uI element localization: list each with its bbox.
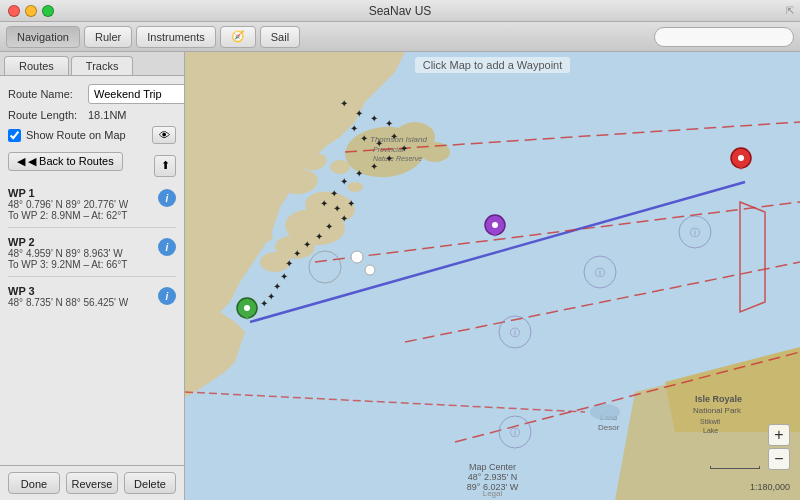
svg-text:Desor: Desor <box>598 423 620 432</box>
svg-text:Isle Royale: Isle Royale <box>695 394 742 404</box>
svg-text:✦: ✦ <box>315 231 323 242</box>
svg-text:National Park: National Park <box>693 406 742 415</box>
zoom-in-button[interactable]: + <box>768 424 790 446</box>
scale-bar <box>710 466 760 470</box>
map-area[interactable]: Thomson Island Provincial Nature Reserve… <box>185 52 800 500</box>
route-length-label: Route Length: <box>8 109 88 121</box>
window-controls[interactable] <box>8 5 54 17</box>
share-button[interactable]: ⬆ <box>154 155 176 177</box>
show-route-label: Show Route on Map <box>26 129 126 141</box>
show-route-checkbox[interactable] <box>8 129 21 142</box>
wp3-id: WP 3 <box>8 285 154 297</box>
window-title: SeaNav US <box>369 4 432 18</box>
map-center-label: Map Center <box>467 462 518 472</box>
delete-button[interactable]: Delete <box>124 472 176 494</box>
ruler-button[interactable]: Ruler <box>84 26 132 48</box>
wp1-info-button[interactable]: i <box>158 189 176 207</box>
maximize-button[interactable] <box>42 5 54 17</box>
svg-point-5 <box>347 182 363 192</box>
svg-text:✦: ✦ <box>303 239 311 250</box>
waypoint-2: WP 2 48° 4.959' N 89° 8.963' W To WP 3: … <box>8 236 176 277</box>
search-input[interactable] <box>654 27 794 47</box>
zoom-controls: + − <box>768 424 790 470</box>
sail-button[interactable]: Sail <box>260 26 300 48</box>
instruments-button[interactable]: Instruments <box>136 26 215 48</box>
svg-point-4 <box>330 160 350 174</box>
sidebar-content: Route Name: Route Length: 18.1NM Show Ro… <box>0 76 184 465</box>
route-length-value: 18.1NM <box>88 109 127 121</box>
done-button[interactable]: Done <box>8 472 60 494</box>
svg-text:✦: ✦ <box>355 168 363 179</box>
wp1-coord: 48° 0.796' N 89° 20.776' W <box>8 199 154 210</box>
show-route-row: Show Route on Map 👁 <box>8 126 176 144</box>
wp2-id: WP 2 <box>8 236 154 248</box>
back-to-routes-button[interactable]: ◀ ◀ Back to Routes <box>8 152 123 171</box>
minimize-button[interactable] <box>25 5 37 17</box>
svg-text:ⓘ: ⓘ <box>690 227 700 238</box>
svg-text:✦: ✦ <box>325 221 333 232</box>
tab-tracks[interactable]: Tracks <box>71 56 134 75</box>
map-center-lat: 48° 2.935' N <box>467 472 518 482</box>
svg-point-75 <box>738 155 744 161</box>
svg-text:✦: ✦ <box>347 198 355 209</box>
svg-text:✦: ✦ <box>370 161 378 172</box>
compass-button[interactable]: 🧭 <box>220 26 256 48</box>
navigation-button[interactable]: Navigation <box>6 26 80 48</box>
svg-text:✦: ✦ <box>267 291 275 302</box>
svg-text:ⓘ: ⓘ <box>510 427 520 438</box>
svg-text:✦: ✦ <box>340 213 348 224</box>
svg-text:Lake: Lake <box>703 427 718 434</box>
wp2-info-button[interactable]: i <box>158 238 176 256</box>
scale-label: 1:180,000 <box>750 482 790 492</box>
resize-icon: ⇱ <box>786 5 794 16</box>
svg-point-66 <box>365 265 375 275</box>
wp3-info-button[interactable]: i <box>158 287 176 305</box>
svg-text:✦: ✦ <box>385 118 393 129</box>
svg-text:✦: ✦ <box>360 133 368 144</box>
svg-text:✦: ✦ <box>375 138 383 149</box>
main-layout: Routes Tracks Route Name: Route Length: … <box>0 52 800 500</box>
share-icon: ⬆ <box>161 159 170 172</box>
wp2-nav: To WP 3: 9.2NM – At: 66°T <box>8 259 154 270</box>
svg-text:Stikwit: Stikwit <box>700 418 720 425</box>
back-arrow-icon: ◀ <box>17 155 25 168</box>
legal-text: Legal <box>483 489 503 498</box>
route-name-input[interactable] <box>88 84 184 104</box>
svg-text:✦: ✦ <box>340 98 348 109</box>
waypoint-1: WP 1 48° 0.796' N 89° 20.776' W To WP 2:… <box>8 187 176 228</box>
eye-button[interactable]: 👁 <box>152 126 176 144</box>
svg-text:✦: ✦ <box>400 143 408 154</box>
svg-text:✦: ✦ <box>350 123 358 134</box>
svg-point-69 <box>244 305 250 311</box>
route-name-label: Route Name: <box>8 88 88 100</box>
wp3-coord: 48° 8.735' N 88° 56.425' W <box>8 297 154 308</box>
wp2-coord: 48° 4.959' N 89° 8.963' W <box>8 248 154 259</box>
tab-routes[interactable]: Routes <box>4 56 69 75</box>
sidebar-tabs: Routes Tracks <box>0 52 184 76</box>
svg-point-10 <box>257 232 273 242</box>
sidebar: Routes Tracks Route Name: Route Length: … <box>0 52 185 500</box>
svg-text:✦: ✦ <box>390 131 398 142</box>
close-button[interactable] <box>8 5 20 17</box>
svg-point-23 <box>590 404 620 420</box>
sidebar-footer: Done Reverse Delete <box>0 465 184 500</box>
svg-text:✦: ✦ <box>293 248 301 259</box>
map-center-info: Map Center 48° 2.935' N 89° 6.023' W <box>467 462 518 492</box>
route-name-row: Route Name: <box>8 84 176 104</box>
svg-text:✦: ✦ <box>330 188 338 199</box>
scale-line <box>710 466 760 469</box>
route-length-row: Route Length: 18.1NM <box>8 109 176 121</box>
svg-text:✦: ✦ <box>340 176 348 187</box>
reverse-button[interactable]: Reverse <box>66 472 118 494</box>
svg-text:✦: ✦ <box>370 113 378 124</box>
svg-text:✦: ✦ <box>260 298 268 309</box>
svg-point-72 <box>492 222 498 228</box>
svg-text:✦: ✦ <box>285 258 293 269</box>
svg-text:ⓘ: ⓘ <box>510 327 520 338</box>
svg-text:✦: ✦ <box>385 153 393 164</box>
zoom-out-button[interactable]: − <box>768 448 790 470</box>
wp1-nav: To WP 2: 8.9NM – At: 62°T <box>8 210 154 221</box>
svg-text:✦: ✦ <box>355 108 363 119</box>
waypoint-3: WP 3 48° 8.735' N 88° 56.425' W i <box>8 285 176 314</box>
svg-text:Nature Reserve: Nature Reserve <box>373 155 422 162</box>
